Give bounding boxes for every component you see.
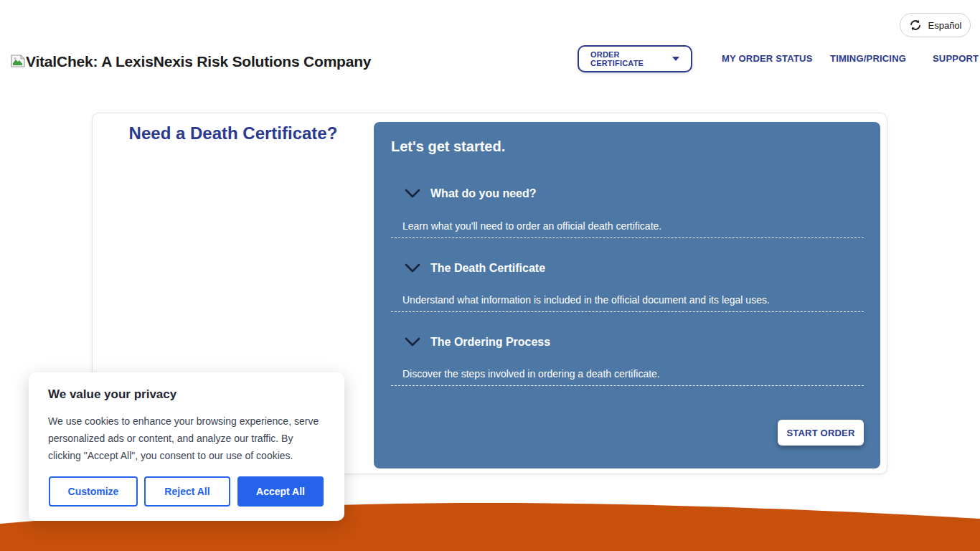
language-toggle-button[interactable]: Español [900, 13, 971, 37]
order-certificate-label: ORDER CERTIFICATE [590, 50, 672, 67]
accordion-description: Discover the steps involved in ordering … [402, 368, 660, 380]
cookie-consent-dialog: We value your privacy We use cookies to … [29, 372, 344, 521]
caret-down-icon [672, 57, 679, 61]
order-certificate-dropdown[interactable]: ORDER CERTIFICATE [578, 45, 692, 72]
cookie-dialog-message: We use cookies to enhance your browsing … [48, 413, 326, 464]
customize-button[interactable]: Customize [49, 476, 138, 507]
dashed-divider [391, 385, 864, 386]
nav-support[interactable]: SUPPORT [933, 53, 979, 64]
accordion-what-do-you-need[interactable]: What do you need? [405, 187, 537, 201]
chevron-down-icon [405, 336, 420, 349]
nav-timing-pricing[interactable]: TIMING/PRICING [830, 53, 906, 64]
page-title: Need a Death Certificate? [93, 123, 374, 143]
broken-image-icon [11, 54, 25, 71]
page: Español VitalChek: A LexisNexis Risk Sol… [0, 0, 980, 551]
reject-all-button[interactable]: Reject All [144, 476, 230, 507]
accordion-title: What do you need? [430, 187, 537, 200]
accordion-ordering-process[interactable]: The Ordering Process [405, 335, 550, 349]
accordion-death-certificate[interactable]: The Death Certificate [405, 261, 545, 276]
chevron-down-icon [405, 188, 420, 201]
cookie-dialog-title: We value your privacy [48, 387, 176, 402]
start-order-button[interactable]: START ORDER [778, 420, 864, 446]
accept-all-button[interactable]: Accept All [237, 476, 324, 507]
language-toggle-label: Español [928, 20, 962, 31]
dashed-divider [391, 237, 864, 238]
accordion-description: Understand what information is included … [402, 294, 770, 306]
accordion-title: The Ordering Process [430, 336, 550, 349]
chevron-down-icon [405, 263, 420, 276]
language-switch-icon [909, 19, 922, 32]
panel-heading: Let's get started. [391, 138, 505, 155]
site-logo[interactable]: VitalChek: A LexisNexis Risk Solutions C… [11, 53, 371, 71]
get-started-panel: Let's get started. What do you need? Lea… [374, 122, 880, 468]
logo-alt-text: VitalChek: A LexisNexis Risk Solutions C… [26, 53, 371, 70]
accordion-description: Learn what you'll need to order an offic… [402, 220, 661, 232]
nav-my-order-status[interactable]: MY ORDER STATUS [722, 53, 813, 64]
dashed-divider [391, 311, 864, 312]
accordion-title: The Death Certificate [430, 262, 545, 275]
